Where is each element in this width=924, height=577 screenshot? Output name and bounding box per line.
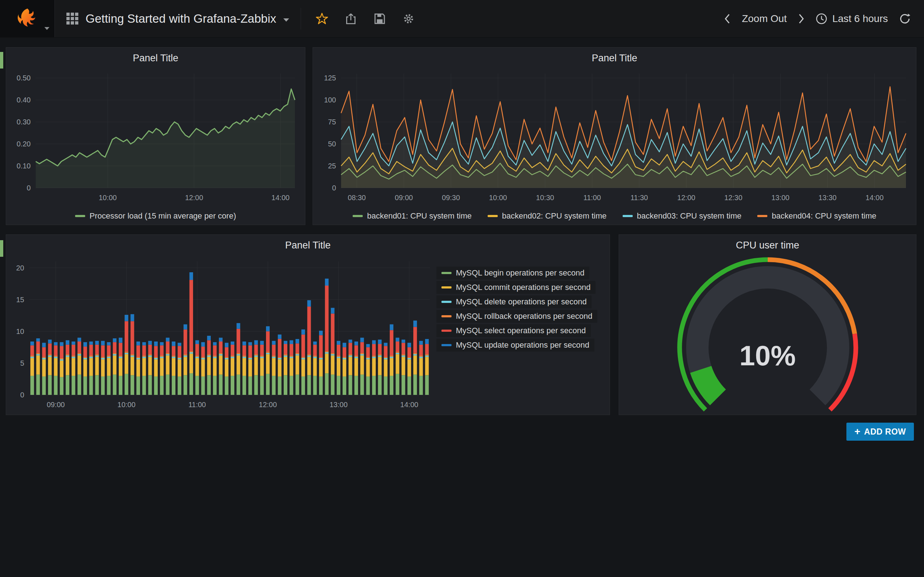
- add-row-button[interactable]: + ADD ROW: [846, 423, 914, 441]
- legend-dash-icon: [441, 301, 452, 303]
- legend-item[interactable]: backend04: CPU system time: [757, 211, 876, 221]
- legend-label: Processor load (15 min average per core): [89, 211, 236, 221]
- svg-text:0.50: 0.50: [16, 74, 31, 82]
- gear-icon: [402, 12, 415, 25]
- legend-dash-icon: [75, 215, 85, 217]
- row-handle[interactable]: [0, 240, 3, 257]
- panel-title: CPU user time: [736, 240, 800, 251]
- svg-text:50: 50: [328, 140, 336, 148]
- zoom-out-button[interactable]: Zoom Out: [742, 13, 787, 24]
- legend-label: MySQL begin operations per second: [456, 268, 584, 278]
- legend-item[interactable]: MySQL begin operations per second: [436, 266, 590, 279]
- legend-label: backend03: CPU system time: [637, 211, 742, 221]
- legend-item[interactable]: MySQL update operations per second: [436, 338, 594, 351]
- svg-text:15: 15: [16, 296, 24, 304]
- legend-label: MySQL select operations per second: [456, 326, 586, 335]
- svg-text:0: 0: [332, 184, 336, 192]
- share-button[interactable]: [344, 12, 357, 25]
- cpu-user-time-gauge: [665, 256, 871, 414]
- legend-item[interactable]: backend03: CPU system time: [623, 211, 742, 221]
- panel-cpu-user-time: CPU user time 10%: [619, 234, 916, 415]
- dashboard-picker-button[interactable]: Getting Started with Grafana-Zabbix: [55, 0, 300, 37]
- chevron-right-icon: [798, 13, 805, 24]
- legend-label: MySQL delete operations per second: [456, 297, 586, 306]
- legend-label: backend04: CPU system time: [772, 211, 876, 221]
- svg-text:125: 125: [324, 74, 336, 82]
- chart-legend: backend01: CPU system time backend02: CP…: [313, 206, 916, 226]
- svg-text:10:00: 10:00: [99, 193, 116, 201]
- svg-text:13:00: 13:00: [771, 193, 789, 201]
- add-row-label: ADD ROW: [864, 427, 906, 437]
- panel-title-menu[interactable]: Panel Title: [6, 48, 305, 69]
- dashboard-grid-icon: [66, 13, 78, 24]
- legend-item[interactable]: backend02: CPU system time: [488, 211, 607, 221]
- panel-title-menu[interactable]: Panel Title: [6, 235, 610, 256]
- legend-dash-icon: [441, 272, 452, 274]
- svg-text:13:00: 13:00: [330, 401, 347, 409]
- logo-caret-icon: [44, 27, 50, 30]
- svg-text:25: 25: [328, 162, 336, 170]
- grafana-logo-button[interactable]: [0, 0, 55, 37]
- panel-cpu-system-time: Panel Title 025507510012508:3009:0009:30…: [313, 47, 916, 225]
- panel-mysql-operations: Panel Title 0510152009:0010:0011:0012:00…: [6, 234, 610, 415]
- panel-title-menu[interactable]: CPU user time: [619, 235, 916, 256]
- svg-text:14:00: 14:00: [271, 193, 289, 201]
- svg-text:09:00: 09:00: [395, 193, 413, 201]
- share-icon: [344, 12, 357, 25]
- top-navbar: Getting Started with Grafana-Zabbix: [0, 0, 924, 37]
- svg-text:12:30: 12:30: [724, 193, 743, 201]
- time-range-picker[interactable]: Last 6 hours: [816, 13, 888, 24]
- mysql-operations-chart[interactable]: 0510152009:0010:0011:0012:0013:0014:00: [6, 256, 436, 415]
- legend-label: MySQL commit operations per second: [456, 283, 591, 292]
- star-button[interactable]: [315, 12, 328, 25]
- legend-item[interactable]: Processor load (15 min average per core): [75, 211, 236, 221]
- cpu-system-time-chart[interactable]: 025507510012508:3009:0009:3010:0010:3011…: [313, 69, 916, 206]
- svg-text:5: 5: [20, 359, 24, 367]
- legend-label: MySQL rollback operations per second: [456, 311, 592, 321]
- refresh-button[interactable]: [899, 13, 911, 25]
- svg-text:08:30: 08:30: [347, 193, 366, 201]
- time-back-button[interactable]: [724, 13, 731, 24]
- panel-title-menu[interactable]: Panel Title: [313, 48, 916, 69]
- legend-dash-icon: [441, 315, 452, 318]
- legend-label: MySQL update operations per second: [456, 340, 590, 350]
- svg-text:09:30: 09:30: [442, 193, 460, 201]
- time-range-label: Last 6 hours: [832, 13, 888, 24]
- legend-dash-icon: [623, 215, 633, 217]
- settings-button[interactable]: [402, 12, 415, 25]
- svg-text:0: 0: [27, 184, 31, 192]
- processor-load-chart[interactable]: 00.100.200.300.400.5010:0012:0014:00: [6, 69, 305, 206]
- chart-legend: MySQL begin operations per second MySQL …: [436, 256, 610, 415]
- grafana-logo-icon: [16, 7, 39, 30]
- svg-text:12:00: 12:00: [185, 193, 203, 201]
- svg-text:12:00: 12:00: [677, 193, 695, 201]
- legend-label: backend01: CPU system time: [367, 211, 472, 221]
- clock-icon: [816, 13, 827, 24]
- gauge-value: 10%: [619, 339, 916, 372]
- svg-text:0.30: 0.30: [16, 118, 31, 126]
- legend-item[interactable]: MySQL select operations per second: [436, 324, 591, 337]
- legend-item[interactable]: backend01: CPU system time: [353, 211, 472, 221]
- legend-item[interactable]: MySQL rollback operations per second: [436, 310, 597, 323]
- legend-item[interactable]: MySQL delete operations per second: [436, 295, 591, 308]
- svg-text:0.10: 0.10: [16, 162, 31, 170]
- svg-text:13:30: 13:30: [819, 193, 837, 201]
- row-handle[interactable]: [0, 52, 3, 69]
- time-forward-button[interactable]: [798, 13, 805, 24]
- panel-title: Panel Title: [133, 53, 178, 64]
- svg-text:10: 10: [16, 327, 24, 335]
- svg-text:0: 0: [20, 391, 24, 399]
- svg-text:14:00: 14:00: [866, 193, 884, 201]
- plus-icon: +: [855, 427, 861, 437]
- panel-title: Panel Title: [285, 240, 331, 251]
- save-button[interactable]: [373, 12, 386, 25]
- svg-text:100: 100: [324, 96, 336, 104]
- legend-dash-icon: [441, 286, 452, 288]
- refresh-icon: [899, 13, 911, 25]
- svg-text:11:00: 11:00: [188, 401, 206, 409]
- svg-text:20: 20: [16, 264, 24, 272]
- svg-text:11:00: 11:00: [583, 193, 601, 201]
- svg-text:14:00: 14:00: [400, 401, 418, 409]
- svg-text:11:30: 11:30: [630, 193, 648, 201]
- legend-item[interactable]: MySQL commit operations per second: [436, 281, 596, 294]
